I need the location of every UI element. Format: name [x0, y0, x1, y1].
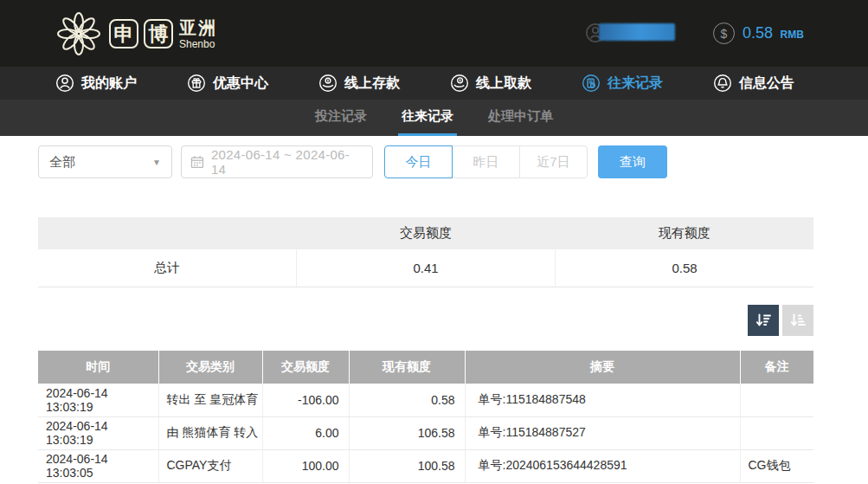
- transaction-table: 时间 交易类别 交易额度 现有额度 摘要 备注 2024-06-14 13:03…: [38, 351, 813, 483]
- account-balance[interactable]: 0.58 RMB: [743, 24, 804, 42]
- cell-note: [740, 384, 813, 416]
- summary-total-row: 总计 0.41 0.58: [38, 249, 813, 287]
- nav-item-withdraw[interactable]: 线上取款: [450, 74, 531, 93]
- gift-icon: [187, 74, 206, 93]
- filter-toolbar: 全部 ▼ 2024-06-14 ~ 2024-06-14 今日 昨日 近7日 查…: [38, 145, 868, 178]
- date-range-value: 2024-06-14 ~ 2024-06-14: [211, 147, 363, 177]
- chevron-down-icon: ▼: [152, 158, 161, 167]
- cell-time: 2024-06-14 13:03:19: [38, 384, 158, 416]
- cell-type: 由 熊猫体育 转入: [158, 416, 262, 449]
- col-header-balance: 现有额度: [349, 351, 465, 384]
- brand-logo[interactable]: 申 博 亚洲 Shenbo: [55, 10, 217, 57]
- cell-amount: 100.00: [262, 449, 349, 482]
- cell-balance: 100.58: [349, 449, 465, 482]
- col-header-summary: 摘要: [465, 351, 740, 384]
- col-header-note: 备注: [740, 351, 813, 384]
- cell-time: 2024-06-14 13:03:05: [38, 449, 158, 482]
- summary-trade-value: 0.41: [296, 249, 555, 287]
- last-7-days-button[interactable]: 近7日: [519, 145, 588, 178]
- logo-characters: 申 博: [109, 19, 173, 48]
- cell-summary: 单号:115184887548: [465, 384, 740, 416]
- summary-balance-value: 0.58: [555, 249, 813, 287]
- summary-header-empty: [38, 217, 297, 249]
- logo-region-text: 亚洲: [179, 19, 217, 36]
- user-icon: [55, 74, 74, 93]
- cell-note: [740, 416, 813, 449]
- cell-note: CG钱包: [740, 449, 813, 482]
- table-row: 2024-06-14 13:03:05 CGPAY支付 100.00 100.5…: [38, 449, 813, 482]
- logo-char-2: 博: [144, 19, 173, 48]
- withdraw-icon: [450, 74, 469, 93]
- cell-summary: 单号:115184887527: [465, 416, 740, 449]
- summary-table: 交易额度 现有额度 总计 0.41 0.58: [38, 217, 813, 287]
- sort-ascending-button[interactable]: [782, 305, 813, 336]
- nav-item-promotions[interactable]: 优惠中心: [187, 74, 268, 93]
- summary-header-row: 交易额度 现有额度: [38, 217, 813, 249]
- tab-betting-records[interactable]: 投注记录: [312, 100, 370, 136]
- top-header: 申 博 亚洲 Shenbo $ 0.58 RMB: [0, 0, 868, 67]
- logo-subtitle: Shenbo: [179, 39, 217, 49]
- date-range-input[interactable]: 2024-06-14 ~ 2024-06-14: [181, 145, 373, 178]
- category-select[interactable]: 全部 ▼: [38, 145, 172, 178]
- balance-currency: RMB: [781, 29, 804, 41]
- bell-icon: [713, 74, 732, 93]
- nav-item-my-account[interactable]: 我的账户: [55, 74, 137, 93]
- flower-logo-icon: [55, 10, 102, 57]
- nav-item-transactions[interactable]: 往来记录: [582, 74, 663, 93]
- today-button[interactable]: 今日: [384, 145, 453, 178]
- sort-ascending-icon: [789, 312, 807, 329]
- category-select-value: 全部: [49, 154, 75, 171]
- cell-amount: 6.00: [262, 416, 349, 449]
- calendar-icon: [190, 155, 204, 169]
- summary-header-trade: 交易额度: [297, 217, 556, 249]
- records-icon: [582, 74, 601, 93]
- summary-total-label: 总计: [38, 249, 296, 287]
- nav-item-announcements[interactable]: 信息公告: [713, 74, 794, 93]
- currency-dollar-icon: $: [713, 23, 735, 44]
- logo-char-1: 申: [109, 19, 138, 48]
- col-header-amount: 交易额度: [262, 351, 349, 384]
- tab-transaction-records[interactable]: 往来记录: [398, 100, 457, 136]
- cell-time: 2024-06-14 13:03:19: [38, 416, 158, 449]
- username-redacted: [599, 23, 675, 41]
- yesterday-button[interactable]: 昨日: [452, 145, 520, 178]
- cell-amount: -106.00: [262, 384, 349, 416]
- table-row: 2024-06-14 13:03:19 由 熊猫体育 转入 6.00 106.5…: [38, 416, 813, 449]
- balance-amount: 0.58: [743, 24, 773, 42]
- table-header-row: 时间 交易类别 交易额度 现有额度 摘要 备注: [38, 351, 813, 384]
- nav-item-deposit[interactable]: 线上存款: [318, 74, 400, 93]
- cell-balance: 106.58: [349, 416, 465, 449]
- col-header-type: 交易类别: [158, 351, 262, 384]
- search-button[interactable]: 查询: [598, 145, 667, 178]
- cell-balance: 0.58: [349, 384, 465, 416]
- cell-type: 转出 至 皇冠体育: [158, 384, 262, 416]
- col-header-time: 时间: [38, 351, 158, 384]
- table-row: 2024-06-14 13:03:19 转出 至 皇冠体育 -106.00 0.…: [38, 384, 813, 416]
- sort-controls: [38, 305, 813, 336]
- deposit-icon: [318, 74, 338, 93]
- cell-type: CGPAY支付: [158, 449, 262, 482]
- sort-descending-icon: [755, 312, 772, 329]
- tab-pending-orders[interactable]: 处理中订单: [485, 100, 556, 136]
- record-tabs: 投注记录 往来记录 处理中订单: [0, 100, 868, 136]
- sort-descending-button[interactable]: [748, 305, 779, 336]
- summary-header-balance: 现有额度: [555, 217, 813, 249]
- main-navigation: 我的账户 优惠中心 线上存款 线上取款: [0, 67, 868, 100]
- cell-summary: 单号:202406153644428591: [465, 449, 740, 482]
- quick-date-segment: 今日 昨日 近7日: [384, 145, 588, 178]
